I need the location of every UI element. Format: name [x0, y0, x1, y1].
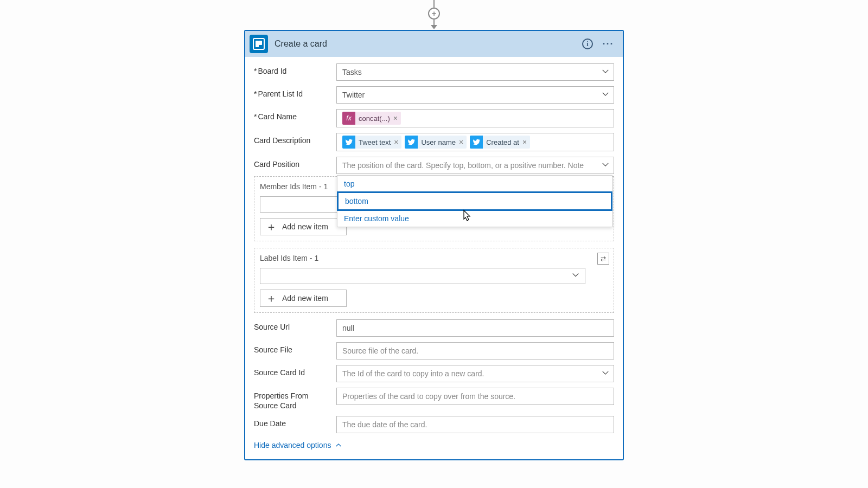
twitter-icon: [342, 136, 355, 149]
option-custom[interactable]: Enter custom value: [337, 210, 612, 227]
chevron-up-icon: [335, 442, 342, 448]
chevron-down-icon: [602, 68, 609, 77]
token-remove[interactable]: ×: [393, 114, 398, 123]
input-source-card-id[interactable]: The Id of the card to copy into a new ca…: [336, 365, 614, 382]
chevron-down-icon: [572, 271, 579, 281]
label-parent-list: *Parent List Id: [254, 86, 330, 98]
card-title: Create a card: [275, 39, 574, 49]
token-remove[interactable]: ×: [459, 138, 463, 146]
add-member-item[interactable]: ＋ Add new item: [260, 218, 347, 235]
label-source-url: Source Url: [254, 319, 330, 331]
token-user-name[interactable]: User name ×: [405, 136, 467, 149]
card-position-dropdown: top bottom Enter custom value: [337, 175, 612, 227]
token-tweet-text[interactable]: Tweet text ×: [342, 136, 401, 149]
input-board-id[interactable]: Tasks: [336, 63, 614, 81]
hide-advanced-toggle[interactable]: Hide advanced options: [254, 441, 614, 450]
option-top[interactable]: top: [337, 176, 612, 192]
label-source-file: Source File: [254, 342, 330, 354]
label-board-id: *Board Id: [254, 63, 330, 75]
card-header[interactable]: Create a card i ···: [245, 31, 623, 57]
token-remove[interactable]: ×: [394, 138, 398, 146]
label-source-card-id: Source Card Id: [254, 365, 330, 377]
input-label-ids[interactable]: [260, 268, 585, 284]
info-icon: i: [582, 38, 593, 49]
input-card-description[interactable]: Tweet text × User name × C: [336, 133, 614, 151]
trello-icon: [250, 35, 268, 53]
label-due-date: Due Date: [254, 416, 330, 428]
label-ids-block: Label Ids Item - 1 ⇄ ＋ Add new item: [254, 248, 614, 313]
ellipsis-icon: ···: [602, 38, 614, 50]
info-button[interactable]: i: [580, 37, 595, 51]
chevron-down-icon: [602, 369, 609, 378]
more-button[interactable]: ···: [601, 37, 615, 51]
label-props-source: Properties From Source Card: [254, 388, 330, 410]
connector: +: [244, 0, 624, 30]
input-parent-list[interactable]: Twitter: [336, 86, 614, 104]
chevron-down-icon: [602, 91, 609, 100]
input-source-url[interactable]: null: [336, 319, 614, 337]
chevron-down-icon: [602, 161, 609, 170]
action-card: Create a card i ··· *Board Id Tasks: [244, 30, 624, 460]
option-bottom[interactable]: bottom: [337, 191, 612, 211]
flow-canvas: + Create a card i ··· *Board Id Tasks: [244, 0, 624, 460]
input-card-position[interactable]: The position of the card. Specify top, b…: [336, 157, 614, 174]
label-label-ids: Label Ids Item - 1: [260, 254, 608, 262]
token-created-at[interactable]: Created at ×: [470, 136, 530, 149]
label-card-description: Card Description: [254, 133, 330, 145]
plus-icon: ＋: [266, 293, 277, 304]
add-label-item[interactable]: ＋ Add new item: [260, 290, 347, 307]
card-body: *Board Id Tasks *Parent List Id Twitter: [245, 57, 623, 459]
token-expression[interactable]: fx concat(...) ×: [342, 112, 401, 125]
input-props-source[interactable]: Properties of the card to copy over from…: [336, 388, 614, 405]
token-remove[interactable]: ×: [522, 138, 527, 146]
label-card-position: Card Position: [254, 157, 330, 169]
fx-icon: fx: [342, 112, 355, 125]
twitter-icon: [470, 136, 483, 149]
input-source-file[interactable]: Source file of the card.: [336, 342, 614, 359]
twitter-icon: [405, 136, 418, 149]
add-step-button[interactable]: +: [428, 8, 440, 20]
switch-array-mode[interactable]: ⇄: [597, 253, 609, 265]
input-card-name[interactable]: fx concat(...) ×: [336, 109, 614, 127]
label-card-name: *Card Name: [254, 109, 330, 121]
arrow-down-icon: [431, 25, 437, 29]
plus-icon: ＋: [266, 221, 277, 232]
input-due-date[interactable]: The due date of the card.: [336, 416, 614, 433]
